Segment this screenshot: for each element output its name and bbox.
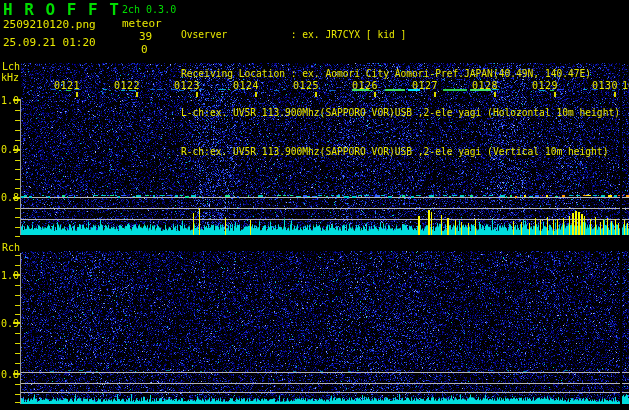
timestamp: 25.09.21 01:20 [3, 37, 96, 49]
observer-line: Ovserver : ex. JR7CYX [ kid ] [181, 28, 620, 41]
time-label-0125: 0125 [293, 80, 319, 91]
lch-panel-label: Lch [2, 61, 20, 72]
khz-unit-label: kHz [1, 72, 19, 83]
rch-freq-label-0_9: 0.9 [1, 318, 19, 329]
lch-freq-label-0_8: 0.8 [1, 192, 19, 203]
app-title: H R O F F T [3, 1, 120, 19]
time-label-0128: 0128 [472, 80, 498, 91]
lch-rx-line: L-ch:ex. UV5R 113.900Mhz(SAPPORO VOR)USB… [181, 106, 620, 119]
rch-panel-label: Rch [2, 242, 20, 253]
lch-freq-label-1_0: 1.0 [1, 95, 19, 106]
time-label-0130: 0130 [592, 80, 618, 91]
time-label-0127: 0127 [412, 80, 438, 91]
lch-freq-label-0_9: 0.9 [1, 144, 19, 155]
time-label-0124: 0124 [233, 80, 259, 91]
location-line: Receiving Location : ex. Aomori City Aom… [181, 67, 620, 80]
meteor-counter-label: meteor [122, 18, 162, 30]
time-label-0121: 0121 [54, 80, 80, 91]
time-label-0122: 0122 [114, 80, 140, 91]
station-info: Ovserver : ex. JR7CYX [ kid ] Receiving … [181, 2, 620, 184]
rch-freq-label-0_8: 0.8 [1, 369, 19, 380]
time-label-0126: 0126 [352, 80, 378, 91]
file-name: 2509210120.png [3, 19, 96, 31]
app-version: 2ch 0.3.0 [122, 4, 176, 15]
rch-rx-line: R-ch:ex. UV5R 113.900Mhz(SAPPORO VOR)USB… [181, 145, 620, 158]
time-label-partial: 10 [622, 80, 629, 91]
rch-meteor-count: 0 [141, 44, 148, 56]
rch-freq-label-1_0: 1.0 [1, 270, 19, 281]
lch-meteor-count: 39 [139, 31, 152, 43]
time-label-0123: 0123 [174, 80, 200, 91]
time-label-0129: 0129 [532, 80, 558, 91]
